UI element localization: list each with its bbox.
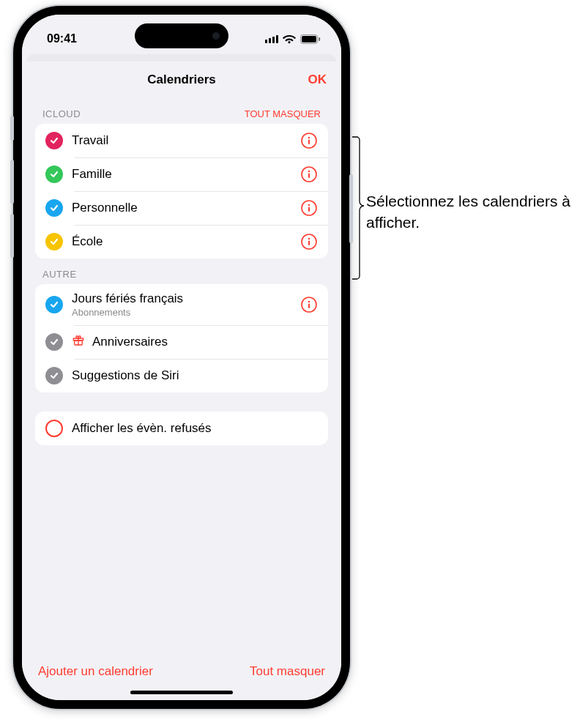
sheet-header: Calendriers OK	[22, 62, 341, 98]
info-icon[interactable]	[300, 233, 318, 250]
checkmark-icon[interactable]	[45, 199, 63, 217]
volume-up-button	[10, 160, 14, 204]
svg-rect-11	[308, 207, 310, 212]
calendar-row-ecole[interactable]: École	[35, 225, 328, 259]
volume-down-button	[10, 214, 14, 258]
calendar-row-personnelle[interactable]: Personnelle	[35, 191, 328, 225]
gift-icon	[72, 334, 85, 350]
calendar-sublabel: Abonnements	[72, 307, 291, 318]
declined-label: Afficher les évèn. refusés	[72, 421, 318, 436]
home-indicator	[130, 691, 233, 694]
calendar-label: Personnelle	[72, 201, 291, 215]
checkmark-icon[interactable]	[45, 367, 63, 384]
checkmark-icon[interactable]	[45, 233, 63, 250]
declined-group: Afficher les évèn. refusés	[35, 412, 328, 445]
wifi-icon	[283, 34, 296, 44]
checkmark-icon[interactable]	[45, 333, 63, 351]
section-header-autre: AUTRE	[35, 259, 328, 284]
phone-frame: 09:41 Calendriers OK	[13, 6, 350, 709]
battery-icon	[300, 34, 321, 44]
svg-point-16	[308, 301, 310, 302]
show-declined-toggle[interactable]: Afficher les évèn. refusés	[35, 412, 328, 445]
sheet-backdrop	[26, 54, 337, 62]
cellular-icon	[265, 34, 278, 43]
mute-switch	[10, 116, 14, 141]
sheet-title: Calendriers	[147, 72, 216, 87]
svg-point-10	[308, 204, 310, 206]
unchecked-circle-icon[interactable]	[45, 420, 63, 437]
hide-all-icloud-button[interactable]: TOUT MASQUER	[245, 108, 321, 119]
calendar-label: Jours fériés français	[72, 291, 291, 306]
info-icon[interactable]	[300, 199, 318, 217]
icloud-group: Travail Famille	[35, 124, 328, 259]
svg-rect-5	[308, 140, 310, 145]
info-icon[interactable]	[300, 296, 318, 313]
other-group: Jours fériés français Abonnements	[35, 284, 328, 393]
svg-rect-8	[308, 174, 310, 179]
done-button[interactable]: OK	[308, 72, 327, 87]
info-icon[interactable]	[300, 166, 318, 183]
checkmark-icon[interactable]	[45, 296, 63, 313]
info-icon[interactable]	[300, 132, 318, 149]
callout-bracket	[351, 136, 365, 280]
add-calendar-button[interactable]: Ajouter un calendrier	[38, 664, 153, 679]
hide-all-button[interactable]: Tout masquer	[250, 664, 325, 679]
calendar-row-siri[interactable]: Suggestions de Siri	[35, 359, 328, 393]
calendar-label: Travail	[72, 133, 291, 148]
section-label: AUTRE	[42, 269, 77, 280]
calendar-label: Famille	[72, 167, 291, 182]
calendars-sheet: Calendriers OK ICLOUD TOUT MASQUER	[22, 62, 341, 700]
checkmark-icon[interactable]	[45, 166, 63, 183]
calendar-row-holidays[interactable]: Jours fériés français Abonnements	[35, 284, 328, 325]
calendar-label: Anniversaires	[92, 335, 318, 349]
status-indicators	[265, 34, 321, 44]
svg-rect-17	[308, 304, 310, 309]
calendar-label: École	[72, 234, 291, 249]
svg-rect-2	[319, 37, 320, 41]
section-header-icloud: ICLOUD TOUT MASQUER	[35, 98, 328, 124]
calendar-row-birthdays[interactable]: Anniversaires	[35, 325, 328, 359]
calendar-label: Suggestions de Siri	[72, 368, 318, 383]
svg-rect-14	[308, 241, 310, 246]
calendar-row-famille[interactable]: Famille	[35, 157, 328, 191]
toolbar: Ajouter un calendrier Tout masquer	[22, 654, 341, 686]
svg-point-4	[308, 137, 310, 138]
svg-rect-1	[302, 36, 316, 42]
callout-text: Sélectionnez les calendriers à afficher.	[366, 190, 578, 234]
sheet-content: ICLOUD TOUT MASQUER Travail	[22, 98, 341, 654]
status-time: 09:41	[47, 32, 77, 45]
calendar-row-travail[interactable]: Travail	[35, 124, 328, 157]
dynamic-island	[135, 23, 228, 48]
svg-point-7	[308, 171, 310, 172]
screen: 09:41 Calendriers OK	[22, 15, 341, 700]
section-label: ICLOUD	[42, 108, 81, 119]
svg-point-13	[308, 238, 310, 239]
checkmark-icon[interactable]	[45, 132, 63, 149]
